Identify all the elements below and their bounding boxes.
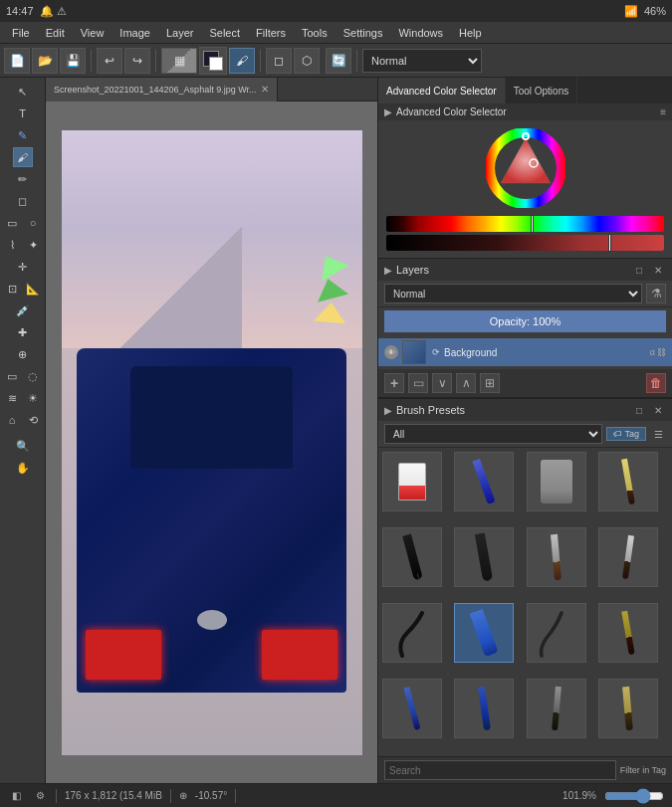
tool-ellipse-select[interactable]: ○	[23, 213, 43, 233]
layers-maximize-button[interactable]: □	[631, 262, 647, 278]
undo-button[interactable]: ↩	[97, 48, 122, 74]
canvas-content[interactable]	[46, 101, 377, 783]
tool-rect-select[interactable]: ▭	[2, 213, 22, 233]
tool-heal[interactable]: ✚	[13, 322, 33, 342]
dark-slider-thumb[interactable]	[608, 234, 611, 252]
brush-item-eraser[interactable]	[382, 452, 442, 511]
brush-maximize-button[interactable]: □	[631, 402, 647, 418]
color-panel-expand-icon[interactable]: ▶	[384, 106, 392, 117]
tool-brush[interactable]: 🖌	[13, 147, 33, 167]
tool-dodge[interactable]: ☀	[23, 388, 43, 408]
tab-tool-options[interactable]: Tool Options	[506, 78, 578, 103]
delete-layer-button[interactable]: 🗑	[646, 373, 666, 393]
menu-filters[interactable]: Filters	[248, 25, 294, 41]
tool-transform[interactable]: ⟲	[23, 410, 43, 430]
tool-lasso[interactable]: ⌇	[2, 235, 22, 255]
canvas-tab[interactable]: Screenshot_20221001_144206_Asphalt 9.jpg…	[46, 78, 278, 101]
layers-expand-icon[interactable]: ▶	[384, 265, 392, 276]
layer-up-button[interactable]: ∧	[456, 373, 476, 393]
color-pair-button[interactable]	[199, 47, 227, 75]
opacity-slider[interactable]: Opacity: 100%	[384, 310, 666, 332]
layer-merge-button[interactable]: ⊞	[480, 373, 500, 393]
brush-item-curved-pen[interactable]	[382, 603, 442, 663]
brush-item-r4-1[interactable]	[382, 679, 442, 738]
open-button[interactable]: 📂	[32, 48, 58, 74]
brush-item-dark-pen-2[interactable]	[454, 527, 514, 587]
grid-button-1[interactable]: ▦	[161, 48, 197, 74]
layer-down-button[interactable]: ∨	[432, 373, 452, 393]
tool-smudge[interactable]: ≋	[2, 388, 22, 408]
tool-eyedropper[interactable]: 💉	[13, 301, 33, 320]
zoom-slider[interactable]	[604, 788, 664, 804]
layer-visibility-toggle[interactable]: 👁	[384, 345, 398, 359]
tool-paint[interactable]: ✎	[13, 125, 33, 145]
redo-button[interactable]: ↪	[124, 48, 150, 74]
tool-measure[interactable]: 📐	[23, 279, 43, 299]
menu-select[interactable]: Select	[201, 25, 248, 41]
menu-view[interactable]: View	[73, 25, 112, 41]
brush-item-r4-4[interactable]	[598, 679, 658, 738]
refresh-button[interactable]: 🔄	[326, 48, 351, 74]
add-layer-button[interactable]: +	[384, 373, 404, 393]
brush-tool-button[interactable]: 🖌	[229, 48, 255, 74]
hue-slider-thumb[interactable]	[531, 215, 534, 233]
brush-item-pencil-soft[interactable]	[598, 527, 658, 587]
dark-slider-bar[interactable]	[386, 235, 664, 251]
eraser-button[interactable]: ◻	[266, 48, 292, 74]
tool-hand[interactable]: ✋	[13, 458, 33, 478]
fill-button[interactable]: ⬡	[294, 48, 320, 74]
brush-list-view-button[interactable]: ☰	[650, 426, 666, 442]
tool-pencil[interactable]: ✏	[13, 169, 33, 189]
canvas-tab-close[interactable]: ✕	[261, 84, 269, 95]
new-button[interactable]: 📄	[4, 48, 30, 74]
brush-item-blue-marker[interactable]	[454, 603, 514, 663]
brush-item-r4-2[interactable]	[454, 679, 514, 738]
brush-item-pencil-light[interactable]	[598, 452, 658, 511]
tool-zoom[interactable]: 🔍	[13, 436, 33, 456]
layer-filter-button[interactable]: ⚗	[646, 284, 666, 303]
tool-text[interactable]: T	[13, 103, 33, 123]
brush-item-sketch-pencil[interactable]	[598, 603, 658, 663]
brush-item-dark-pen-1[interactable]	[382, 527, 442, 587]
brush-expand-icon[interactable]: ▶	[384, 405, 392, 416]
tool-clone[interactable]: ⊕	[13, 344, 33, 364]
save-button[interactable]: 💾	[60, 48, 86, 74]
blend-mode-select[interactable]: Normal Dissolve Multiply	[362, 49, 482, 73]
layer-group-button[interactable]: ▭	[408, 373, 428, 393]
tool-pointer[interactable]: ↖	[13, 82, 33, 101]
menu-edit[interactable]: Edit	[38, 25, 73, 41]
menu-help[interactable]: Help	[451, 25, 490, 41]
color-wheel-area	[378, 120, 672, 212]
brush-close-button[interactable]: ✕	[650, 402, 666, 418]
hue-slider-bar[interactable]	[386, 216, 664, 232]
tool-move[interactable]: ✛	[13, 257, 33, 277]
menu-file[interactable]: File	[4, 25, 38, 41]
brush-item-blue-pen[interactable]	[454, 452, 514, 511]
tool-eraser[interactable]: ◻	[13, 191, 33, 211]
menu-image[interactable]: Image	[112, 25, 158, 41]
color-panel-settings-icon[interactable]: ≡	[660, 106, 666, 117]
brush-filter-select[interactable]: All Ink Sketch	[384, 424, 602, 444]
menu-settings[interactable]: Settings	[336, 25, 391, 41]
brush-item-ink-pen[interactable]	[527, 603, 586, 663]
brush-item-gray-eraser[interactable]	[527, 452, 586, 511]
menu-tools[interactable]: Tools	[294, 25, 336, 41]
tab-advanced-color[interactable]: Advanced Color Selector	[378, 78, 506, 103]
color-wheel[interactable]	[486, 128, 565, 208]
brush-item-pencil-medium[interactable]	[527, 527, 586, 587]
tool-ellipse-2[interactable]: ◌	[23, 366, 43, 386]
tool-magic-wand[interactable]: ✦	[23, 235, 43, 255]
layers-blend-mode-select[interactable]: Normal Dissolve Multiply	[384, 284, 642, 303]
status-settings-icon[interactable]: ⚙	[32, 788, 48, 804]
brush-search-input[interactable]	[384, 760, 616, 780]
tag-button[interactable]: 🏷 Tag	[606, 427, 646, 441]
menu-layer[interactable]: Layer	[158, 25, 202, 41]
layer-item-background[interactable]: 👁 ⟳ Background α ⛓	[378, 338, 672, 366]
layers-close-button[interactable]: ✕	[650, 262, 666, 278]
brush-item-r4-3[interactable]	[527, 679, 586, 738]
menu-windows[interactable]: Windows	[390, 25, 451, 41]
tool-rect-select-2[interactable]: ▭	[2, 366, 22, 386]
tool-warp[interactable]: ⌂	[2, 410, 22, 430]
status-layer-toggle[interactable]: ◧	[8, 788, 24, 804]
tool-crop[interactable]: ⊡	[2, 279, 22, 299]
